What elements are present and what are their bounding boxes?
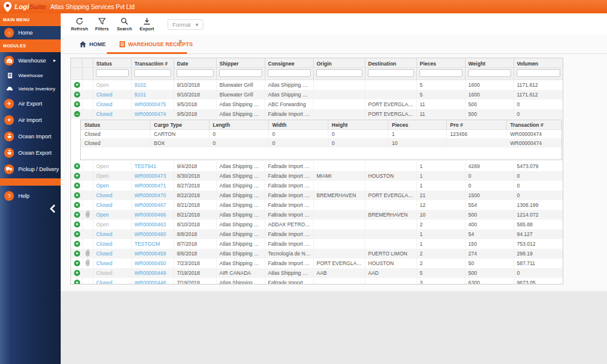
sidebar-item-warehouse-sub[interactable]: Warehouse: [0, 69, 61, 82]
status-value[interactable]: Closed: [97, 280, 112, 285]
origin-cell: [313, 210, 365, 220]
column-header-weight[interactable]: Weight: [465, 58, 514, 68]
sidebar-item-vehicle-inventory[interactable]: Vehicle Inventory: [0, 82, 61, 95]
sidebar-item-pickup-delivery[interactable]: Pickup / Delivery: [0, 161, 61, 177]
expand-row-icon[interactable]: +: [74, 192, 80, 198]
status-value[interactable]: Closed: [97, 192, 112, 198]
transaction-link[interactable]: WR00000448: [135, 280, 166, 285]
status-value: Open: [97, 163, 109, 169]
export-button[interactable]: Export: [139, 18, 155, 32]
transaction-cell: WR00000474: [506, 138, 561, 147]
column-header-transaction[interactable]: Transaction #: [131, 58, 174, 68]
column-header-volumen[interactable]: Volumen: [514, 58, 563, 68]
transaction-link[interactable]: WR00000460: [135, 231, 166, 237]
transaction-link[interactable]: 9102: [135, 82, 146, 88]
transaction-link[interactable]: 9101: [135, 92, 146, 98]
pieces-cell: 1: [388, 129, 446, 138]
expand-row-icon[interactable]: +: [74, 173, 80, 179]
sidebar-item-home[interactable]: ⌂ Home: [0, 26, 61, 39]
destination-cell: PORT EVERGLADES: [365, 190, 416, 200]
transaction-link[interactable]: TESTGGM: [135, 241, 160, 247]
filters-button[interactable]: Filters: [94, 18, 110, 32]
status-value[interactable]: Closed: [97, 251, 112, 257]
expand-row-icon[interactable]: +: [74, 92, 80, 98]
transaction-link[interactable]: WR00000467: [135, 202, 166, 208]
sidebar-item-help[interactable]: ? Help: [0, 187, 61, 204]
column-header-status[interactable]: Status: [93, 58, 131, 68]
filter-input-weight[interactable]: [468, 69, 511, 77]
sidebar-collapse-chevron-icon[interactable]: [50, 204, 56, 215]
sidebar-item-air-export[interactable]: ✈ Air Export: [0, 95, 61, 112]
expand-row-icon[interactable]: +: [74, 260, 80, 266]
expand-row-icon[interactable]: +: [74, 251, 80, 257]
filter-input-pieces[interactable]: [419, 69, 463, 77]
expand-row-icon[interactable]: +: [74, 280, 80, 285]
date-cell: 8/22/2018: [174, 190, 216, 200]
transaction-link[interactable]: WR00000475: [135, 101, 166, 107]
transaction-link[interactable]: WR00000470: [135, 192, 166, 198]
column-header-date[interactable]: Date: [174, 58, 216, 68]
status-value[interactable]: Closed: [97, 202, 112, 208]
expand-row-icon[interactable]: +: [74, 202, 80, 208]
sidebar-item-ocean-import[interactable]: Ocean Import: [0, 128, 61, 144]
transaction-link[interactable]: WR00000459: [135, 251, 166, 257]
shipper-cell: Atlas Shipping Services Pv...: [216, 109, 265, 119]
expand-row-icon[interactable]: +: [74, 183, 80, 189]
column-header-pieces[interactable]: Pieces: [416, 58, 465, 68]
status-value[interactable]: Open: [97, 212, 109, 218]
expand-row-icon[interactable]: +: [74, 270, 80, 276]
close-tab-icon[interactable]: ×: [178, 38, 182, 45]
transaction-link[interactable]: WR00000471: [135, 183, 166, 189]
status-value[interactable]: Closed: [97, 231, 112, 237]
expand-row-icon[interactable]: +: [74, 241, 80, 247]
pieces-cell: 2: [416, 220, 465, 229]
sidebar-item-air-import[interactable]: ✈ Air Import: [0, 112, 61, 128]
tab-home[interactable]: HOME: [80, 41, 106, 47]
format-dropdown[interactable]: Format ▾: [168, 19, 203, 30]
filter-input-origin[interactable]: [316, 69, 362, 77]
expanded-detail-row: StatusCargo TypeLengthWidthHeightPiecesP…: [71, 119, 563, 161]
status-value[interactable]: Closed: [97, 111, 112, 117]
column-header-destination[interactable]: Destination: [365, 58, 416, 68]
sidebar-item-warehouse[interactable]: Warehouse ▸: [0, 52, 61, 69]
transaction-link[interactable]: WR00000463: [135, 221, 166, 228]
filter-input-date[interactable]: [177, 69, 214, 77]
expand-row-icon[interactable]: +: [74, 231, 80, 237]
filter-input-transaction[interactable]: [134, 69, 171, 77]
transaction-link[interactable]: WR00000474: [135, 111, 166, 117]
attachment-cell: [82, 249, 93, 258]
status-value[interactable]: Closed: [97, 260, 112, 266]
refresh-button[interactable]: Refresh: [72, 18, 87, 32]
status-value[interactable]: Closed: [97, 241, 112, 247]
expand-row-icon[interactable]: +: [74, 163, 80, 169]
transaction-link[interactable]: WR00000449: [135, 270, 166, 276]
column-header-shipper[interactable]: Shipper: [216, 58, 265, 68]
status-value[interactable]: Open: [97, 183, 109, 189]
pro-cell: [446, 138, 506, 147]
transaction-link[interactable]: TEST941: [135, 163, 157, 169]
table-row: +OpenWR000004638/10/2018Atlas Shipping S…: [71, 220, 563, 229]
transaction-link[interactable]: WR00000473: [135, 173, 166, 179]
expand-row-icon[interactable]: +: [74, 101, 80, 107]
transaction-cell: WR00000467: [131, 200, 174, 210]
filter-input-status[interactable]: [96, 69, 129, 77]
filter-input-destination[interactable]: [368, 69, 414, 77]
filter-input-volumen[interactable]: [517, 69, 560, 77]
expand-row-icon[interactable]: +: [74, 82, 80, 88]
transaction-link[interactable]: WR00000450: [135, 260, 166, 266]
status-value[interactable]: Closed: [97, 92, 112, 98]
sidebar-item-ocean-export[interactable]: Ocean Export: [0, 144, 61, 161]
expand-row-icon[interactable]: +: [74, 221, 80, 228]
status-cell: Closed: [93, 190, 131, 200]
status-value[interactable]: Closed: [97, 101, 112, 107]
weight-cell: 500: [465, 99, 514, 109]
column-header-origin[interactable]: Origin: [313, 58, 365, 68]
filter-input-shipper[interactable]: [219, 69, 262, 77]
column-header-consignee[interactable]: Consignee: [265, 58, 313, 68]
expand-row-icon[interactable]: +: [74, 212, 80, 218]
collapse-row-icon[interactable]: −: [74, 111, 80, 117]
search-button[interactable]: Search: [117, 18, 132, 32]
table-row: −ClosedWR000004749/5/2018Atlas Shipping …: [71, 109, 563, 119]
filter-input-consignee[interactable]: [268, 69, 311, 77]
transaction-link[interactable]: WR00000466: [135, 212, 166, 218]
